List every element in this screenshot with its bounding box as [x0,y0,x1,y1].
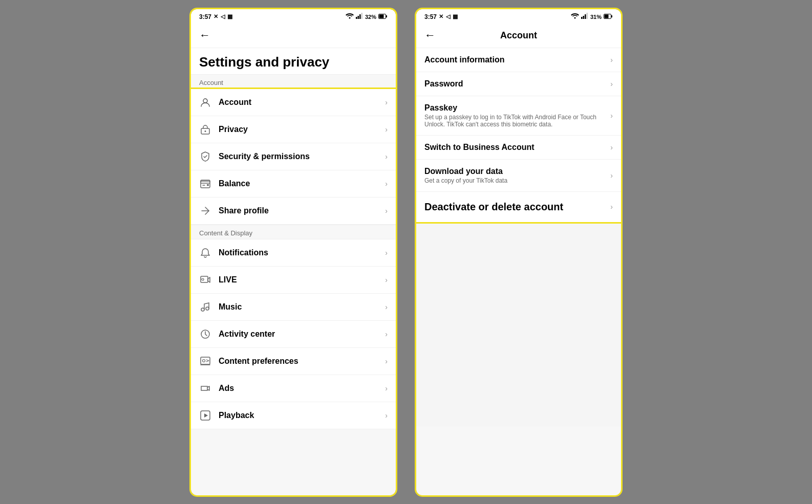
svg-point-14 [202,278,204,280]
svg-point-10 [205,130,206,132]
svg-rect-23 [583,16,584,19]
playback-icon [199,409,211,422]
account-chevron: › [385,98,388,106]
security-icon [199,150,211,163]
svg-rect-3 [359,14,361,19]
ads-item-label: Ads [219,384,385,393]
menu-item-account[interactable]: Account › [191,89,396,116]
svg-rect-1 [356,17,357,19]
menu-item-privacy[interactable]: Privacy › [191,116,396,143]
status-left-1: 3:57 ✕ ◁ ▦ [199,13,233,20]
back-button-2[interactable]: ← [424,29,436,42]
svg-rect-7 [379,14,384,18]
empty-area [416,222,621,427]
screen-title-2: Account [442,30,595,41]
live-icon [199,274,211,286]
menu-item-live[interactable]: LIVE › [191,267,396,294]
menu-item-account-info[interactable]: Account information › [416,48,621,72]
status-bar-1: 3:57 ✕ ◁ ▦ 32% [191,9,396,24]
svg-point-8 [203,99,207,103]
svg-rect-6 [386,15,388,17]
battery-percent-2: 31% [590,14,602,20]
share-profile-chevron: › [385,207,388,215]
security-item-label: Security & permissions [219,152,385,161]
music-chevron: › [385,303,388,311]
playback-chevron: › [385,411,388,420]
notifications-chevron: › [385,249,388,257]
live-item-label: LIVE [219,275,385,284]
svg-rect-2 [357,16,359,19]
download-data-chevron: › [610,171,613,180]
menu-item-deactivate[interactable]: Deactivate or delete account › [416,192,621,222]
svg-rect-24 [585,14,586,19]
back-button-1[interactable]: ← [199,29,210,42]
account-info-chevron: › [610,56,613,64]
menu-item-notifications[interactable]: Notifications › [191,239,396,267]
svg-rect-4 [361,13,362,19]
status-icons-1: ✕ ◁ ▦ [213,13,233,20]
status-icons-2: ✕ ◁ ▦ [439,13,458,20]
menu-item-activity[interactable]: Activity center › [191,321,396,348]
password-wrap: Password [424,79,610,89]
menu-item-music[interactable]: Music › [191,294,396,321]
balance-item-label: Balance [219,179,385,188]
balance-icon [199,178,211,190]
menu-item-share-profile[interactable]: Share profile › [191,198,396,225]
menu-item-password[interactable]: Password › [416,72,621,96]
download-data-sublabel: Get a copy of your TikTok data [424,177,610,184]
svg-rect-28 [605,14,609,18]
menu-item-ads[interactable]: Ads › [191,375,396,402]
activity-chevron: › [385,330,388,338]
svg-rect-27 [611,15,613,17]
battery-percent-1: 32% [365,14,376,20]
menu-item-security[interactable]: Security & permissions › [191,143,396,170]
password-chevron: › [610,80,613,88]
content-area-1[interactable]: Account Account › Privacy [191,74,396,495]
security-chevron: › [385,152,388,161]
svg-rect-12 [207,184,209,186]
content-pref-chevron: › [385,357,388,365]
status-right-2: 31% [571,13,613,20]
ads-icon [199,382,211,395]
svg-point-0 [349,17,350,19]
privacy-chevron: › [385,125,388,134]
content-pref-label: Content preferences [219,357,385,366]
time-2: 3:57 [424,13,437,20]
playback-item-label: Playback [219,411,385,420]
passkey-sublabel: Set up a passkey to log in to TikTok wit… [424,114,610,128]
svg-rect-22 [581,17,583,19]
menu-item-balance[interactable]: Balance › [191,170,396,198]
wifi-icon-1 [346,13,354,20]
status-right-1: 32% [346,13,388,20]
menu-item-passkey[interactable]: Passkey Set up a passkey to log in to Ti… [416,96,621,136]
music-icon [199,301,211,313]
menu-item-playback[interactable]: Playback › [191,402,396,429]
notifications-item-label: Notifications [219,248,385,257]
page-title-1: Settings and privacy [199,54,388,70]
music-item-label: Music [219,302,385,312]
share-profile-icon [199,205,211,217]
svg-rect-25 [586,13,588,19]
live-chevron: › [385,276,388,284]
svg-point-19 [203,359,205,362]
battery-icon-2 [604,13,613,20]
top-bar-2: ← Account [416,24,621,48]
signal-icon-2 [581,13,588,20]
passkey-wrap: Passkey Set up a passkey to log in to Ti… [424,103,610,128]
menu-item-business[interactable]: Switch to Business Account › [416,136,621,160]
passkey-chevron: › [610,112,613,120]
content-area-2[interactable]: Account information › Password › Passkey… [416,48,621,495]
menu-item-download-data[interactable]: Download your data Get a copy of your Ti… [416,160,621,192]
business-wrap: Switch to Business Account [424,143,610,152]
battery-icon-1 [378,13,388,20]
svg-point-15 [201,308,204,311]
svg-point-16 [206,307,209,310]
account-icon [199,96,211,108]
menu-item-content-pref[interactable]: Content preferences › [191,348,396,375]
privacy-item-label: Privacy [219,125,385,134]
status-bar-2: 3:57 ✕ ◁ ▦ 31% [416,9,621,24]
screen1-settings: 3:57 ✕ ◁ ▦ 32% [191,9,396,495]
activity-center-icon [199,328,211,340]
deactivate-label: Deactivate or delete account [424,201,610,213]
privacy-icon [199,123,211,136]
